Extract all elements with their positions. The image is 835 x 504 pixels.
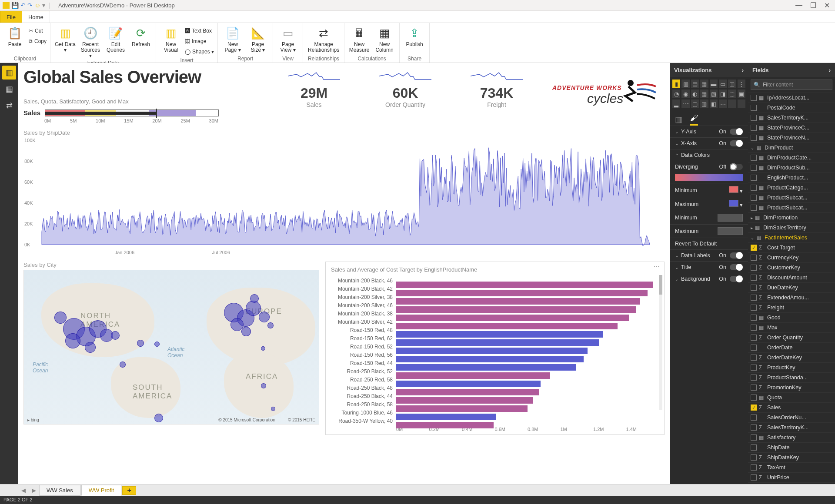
relationships-button[interactable]: ⇄Manage Relationships [307, 24, 341, 55]
table-row[interactable]: ▸▦DimSalesTerritory [748, 222, 835, 232]
tab-file[interactable]: File [0, 11, 22, 23]
prop-yaxis[interactable]: ⌄Y-AxisOn [670, 126, 748, 137]
field-row[interactable]: ΣShipDateKey [748, 452, 835, 462]
field-row[interactable]: ▦DimProductCate... [748, 153, 835, 162]
viz-type-6[interactable]: ◫ [728, 80, 736, 88]
refresh-button[interactable]: ⟳Refresh [130, 24, 152, 59]
prop-title[interactable]: ⌄TitleOn [670, 261, 748, 273]
field-row[interactable]: ΣPromotionKey [748, 382, 835, 392]
smiley-icon[interactable]: ☺ [34, 2, 40, 8]
field-row[interactable]: OrderDate [748, 342, 835, 352]
save-icon[interactable]: 💾 [11, 2, 19, 8]
report-canvas[interactable]: Global Sales Overview 29MSales 60KOrder … [18, 63, 670, 484]
viz-type-8[interactable]: ◔ [672, 90, 680, 98]
kpi-2[interactable]: 734KFreight [471, 70, 523, 108]
page-prev-icon[interactable]: ◀ [18, 487, 29, 494]
viz-type-20[interactable]: ◧ [710, 99, 718, 108]
prop-revert[interactable]: Revert To Default [670, 238, 748, 249]
viz-type-4[interactable]: ▬ [710, 80, 718, 88]
field-row[interactable]: ΣCurrencyKey [748, 252, 835, 262]
field-row[interactable]: ✓ΣSales [748, 402, 835, 412]
viz-type-22[interactable] [728, 99, 736, 108]
field-row[interactable]: ▦IpAddressLocat... [748, 93, 835, 103]
page-tab-2[interactable]: WW Profit [81, 485, 122, 496]
table-row[interactable]: ▸▦DimPromotion [748, 212, 835, 222]
viz-type-21[interactable]: ⋯ [719, 99, 727, 108]
field-row[interactable]: ΣExtendedAmou... [748, 292, 835, 302]
data-view-icon[interactable]: ▦ [2, 82, 16, 96]
viz-type-0[interactable]: ▮ [672, 80, 680, 88]
qat-more-icon[interactable]: ▾ [42, 2, 45, 8]
viz-type-23[interactable] [738, 99, 745, 108]
kpi-1[interactable]: 60KOrder Quantity [379, 70, 431, 108]
viz-type-2[interactable]: ▤ [691, 80, 699, 88]
field-row[interactable]: ΣUnitPriceDisco... [748, 482, 835, 484]
pageview-button[interactable]: ▭Page View ▾ [277, 24, 299, 55]
viz-type-14[interactable]: ⬚ [728, 90, 736, 98]
fields-tab-icon[interactable]: ▥ [675, 115, 682, 124]
field-row[interactable]: ▦ProductCatego... [748, 182, 835, 192]
field-row[interactable]: ▦StateProvinceN... [748, 133, 835, 143]
prop-max-color[interactable]: Maximum ▾ [670, 197, 748, 211]
model-view-icon[interactable]: ⇄ [2, 99, 16, 113]
prop-max-value[interactable]: Maximum [670, 224, 748, 238]
viz-type-19[interactable]: ▥ [700, 99, 708, 108]
report-view-icon[interactable]: ▥ [2, 66, 16, 80]
recent-button[interactable]: 🕘Recent Sources ▾ [79, 24, 102, 59]
field-row[interactable]: ΣCustomerKey [748, 262, 835, 272]
cut-button[interactable]: ✂ Cut [29, 26, 47, 36]
prop-datalabels[interactable]: ⌄Data LabelsOn [670, 249, 748, 261]
publish-button[interactable]: ⇪Publish [403, 24, 426, 55]
field-row[interactable]: ▦DimProductSub... [748, 162, 835, 172]
field-row[interactable]: PostalCode [748, 103, 835, 113]
viz-type-15[interactable]: ▣ [738, 90, 745, 98]
bar-row[interactable]: Mountain-200 Black, 46 [331, 276, 659, 285]
kpi-0[interactable]: 29MSales [288, 70, 340, 108]
prop-background[interactable]: ⌄BackgroundOn [670, 273, 748, 285]
bar-chart[interactable]: ⋯ Sales and Average of Cost Target by En… [325, 262, 665, 435]
editqueries-button[interactable]: 📝Edit Queries [104, 24, 127, 59]
format-tab-icon[interactable]: 🖌 [690, 113, 698, 126]
field-row[interactable]: ▦ProductSubcat... [748, 202, 835, 212]
viz-type-18[interactable]: ▢ [691, 99, 699, 108]
prop-diverging[interactable]: DivergingOff [670, 161, 748, 172]
tab-home[interactable]: Home [22, 11, 50, 23]
viz-type-11[interactable]: ▦ [700, 90, 708, 98]
pagesize-button[interactable]: 📐Page Size ▾ [247, 24, 269, 55]
maximize-icon[interactable]: ❐ [810, 1, 816, 10]
field-row[interactable]: ▦ProductSubcat... [748, 192, 835, 202]
add-page-button[interactable]: + [122, 486, 136, 495]
chevron-right-icon[interactable]: › [829, 67, 831, 73]
field-row[interactable]: ▦Max [748, 322, 835, 332]
textbox-button[interactable]: 🅰 Text Box [185, 26, 214, 36]
field-row[interactable]: ΣOrder Quantity [748, 332, 835, 342]
viz-type-16[interactable]: ▂ [672, 99, 680, 108]
map-visual[interactable]: Sales by City NORTHAMERICA SOUTHAMERICA … [23, 262, 319, 427]
paste-button[interactable]: 📋Paste [3, 24, 26, 55]
field-row[interactable]: ΣDiscountAmount [748, 272, 835, 282]
field-row[interactable]: ShipDate [748, 442, 835, 452]
minimize-icon[interactable]: — [795, 1, 802, 10]
prop-min-value[interactable]: Minimum [670, 211, 748, 224]
field-row[interactable]: ✓ΣCost Target [748, 242, 835, 252]
viz-type-3[interactable]: ▦ [700, 80, 708, 88]
fields-header[interactable]: Fields› [748, 63, 835, 77]
field-row[interactable]: SalesOrderNu... [748, 412, 835, 422]
newcolumn-button[interactable]: ▦New Column [373, 24, 396, 55]
viz-type-13[interactable]: ◨ [719, 90, 727, 98]
redo-icon[interactable]: ↷ [27, 2, 33, 8]
field-row[interactable]: EnglishProduct... [748, 172, 835, 182]
page-tab-1[interactable]: WW Sales [39, 485, 80, 496]
field-row[interactable]: ▦Quota [748, 392, 835, 402]
close-icon[interactable]: ✕ [824, 1, 830, 10]
viz-type-12[interactable]: ▧ [710, 90, 718, 98]
field-row[interactable]: ΣOrderDateKey [748, 352, 835, 362]
viz-type-1[interactable]: ▥ [681, 80, 689, 88]
viz-header[interactable]: Visualizations› [670, 63, 748, 77]
shapes-button[interactable]: ◯ Shapes ▾ [185, 47, 214, 56]
field-row[interactable]: ΣProductStanda... [748, 372, 835, 382]
viz-type-17[interactable]: 〰 [681, 99, 689, 108]
area-chart[interactable]: Sales by ShipDate 100K80K60K40K20K0K Jan… [23, 129, 665, 259]
field-row[interactable]: ΣDueDateKey [748, 282, 835, 292]
prop-min-color[interactable]: Minimum ▾ [670, 183, 748, 197]
